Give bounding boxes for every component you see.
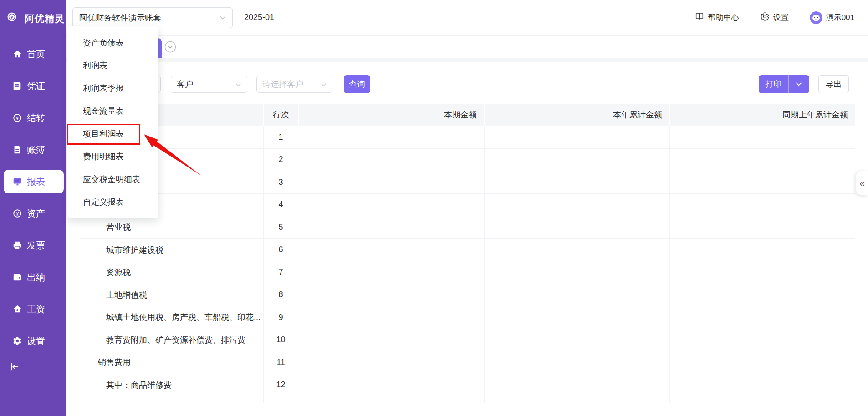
- customer-select-placeholder: 请选择客户: [262, 79, 303, 90]
- row-prior-ytd-amount: [669, 194, 855, 216]
- row-line-number: 10: [263, 329, 298, 351]
- sidebar-item-ledger[interactable]: 账簿: [0, 134, 66, 166]
- sidebar-item-label: 工资: [27, 303, 45, 315]
- row-ytd-amount: [484, 329, 669, 351]
- app-window: ¥ 阿优精灵 首页凭证¥结转账簿报表资产发票出纳¥工资设置 阿优财务软件演示账套…: [0, 0, 868, 416]
- row-current-amount: [298, 239, 484, 261]
- row-line-number: 7: [263, 261, 298, 284]
- row-prior-ytd-amount: [669, 216, 855, 238]
- double-chevron-left-icon: «: [859, 178, 865, 188]
- row-ytd-amount: [484, 149, 669, 171]
- gear-icon: [760, 12, 770, 24]
- help-book-icon: [694, 11, 705, 24]
- row-item-name: 教育费附加、矿产资源补偿费、排污费: [80, 329, 263, 351]
- account-set-value: 阿优财务软件演示账套: [79, 12, 161, 23]
- salary-icon: ¥: [12, 304, 22, 314]
- row-prior-ytd-amount: [669, 239, 855, 261]
- sidebar-item-label: 设置: [27, 335, 45, 347]
- row-current-amount: [298, 126, 484, 148]
- sidebar-item-label: 首页: [27, 48, 45, 61]
- svg-text:¥: ¥: [16, 116, 19, 121]
- user-name: 演示001: [826, 12, 854, 23]
- sidebar-item-label: 凭证: [27, 80, 45, 92]
- row-item-name: 城市维护建设税: [80, 239, 263, 261]
- table-row: 资源税7: [80, 261, 855, 284]
- row-ytd-amount: [484, 306, 669, 329]
- row-current-amount: [298, 329, 484, 351]
- voucher-icon: [12, 81, 22, 91]
- row-item-name: 城镇土地使用税、房产税、车船税、印花...: [80, 306, 263, 329]
- invoice-icon: [12, 240, 22, 250]
- print-button[interactable]: 打印: [759, 75, 789, 93]
- menu-item-cash-flow[interactable]: 现金流量表: [67, 100, 158, 122]
- row-prior-ytd-amount: [669, 126, 855, 148]
- table-row: 销售费用11: [80, 351, 855, 374]
- row-line-number: 11: [263, 351, 298, 374]
- row-line-number: 12: [263, 374, 298, 396]
- row-prior-ytd-amount: [669, 171, 855, 193]
- settings-icon: [12, 336, 22, 346]
- ledger-icon: [12, 145, 22, 155]
- row-line-number: 8: [263, 284, 298, 306]
- right-panel-collapse-handle[interactable]: «: [856, 171, 868, 195]
- row-line-number: 5: [263, 216, 298, 238]
- sidebar-item-label: 账簿: [27, 144, 45, 156]
- settings-label: 设置: [773, 12, 789, 23]
- menu-item-income-statement[interactable]: 利润表: [67, 54, 158, 77]
- menu-item-balance-sheet[interactable]: 资产负债表: [67, 31, 158, 54]
- sidebar-item-invoice[interactable]: 发票: [0, 229, 66, 261]
- sidebar: ¥ 阿优精灵 首页凭证¥结转账簿报表资产发票出纳¥工资设置: [0, 0, 66, 416]
- sidebar-item-label: 资产: [27, 208, 45, 220]
- row-line-number: 4: [263, 194, 298, 216]
- row-prior-ytd-amount: [669, 351, 855, 374]
- user-menu[interactable]: 演示001: [810, 11, 854, 24]
- row-ytd-amount: [484, 351, 669, 374]
- sidebar-item-label: 出纳: [27, 271, 45, 284]
- row-line-number: 6: [263, 239, 298, 261]
- customer-type-value: 客户: [177, 79, 193, 90]
- row-current-amount: [298, 171, 484, 193]
- user-avatar: [810, 11, 822, 24]
- sidebar-item-voucher[interactable]: 凭证: [0, 70, 66, 102]
- sidebar-item-home[interactable]: 首页: [0, 38, 66, 70]
- chevron-down-icon: [220, 13, 226, 22]
- sidebar-nav: 首页凭证¥结转账簿报表资产发票出纳¥工资设置: [0, 38, 66, 357]
- row-prior-ytd-amount: [669, 306, 855, 329]
- sidebar-item-asset[interactable]: 资产: [0, 198, 66, 229]
- sidebar-collapse-button[interactable]: [10, 362, 24, 376]
- report-type-menu: 资产负债表利润表利润表季报现金流量表项目利润表费用明细表应交税金明细表自定义报表: [67, 26, 158, 218]
- topbar: 阿优财务软件演示账套 2025-01 帮助中心: [66, 0, 868, 36]
- row-current-amount: [298, 216, 484, 238]
- query-button[interactable]: 查询: [344, 75, 370, 93]
- column-header: 同期上年累计金额: [669, 104, 855, 126]
- print-options-button[interactable]: [789, 75, 809, 93]
- menu-item-custom-report[interactable]: 自定义报表: [67, 191, 158, 213]
- help-center-button[interactable]: 帮助中心: [694, 11, 739, 24]
- sidebar-item-salary[interactable]: ¥工资: [0, 293, 66, 325]
- sidebar-item-settings[interactable]: 设置: [0, 325, 66, 357]
- menu-item-income-statement-quarter[interactable]: 利润表季报: [67, 77, 158, 100]
- row-prior-ytd-amount: [669, 374, 855, 396]
- account-set-select[interactable]: 阿优财务软件演示账套: [72, 7, 233, 28]
- row-prior-ytd-amount: [669, 329, 855, 351]
- table-header-row: 行次本期金额本年累计金额同期上年累计金额: [80, 104, 855, 126]
- settings-button[interactable]: 设置: [760, 12, 789, 24]
- filter-toolbar: 客户 请选择客户 查询 打印 导出: [66, 62, 868, 104]
- annotation-arrow: [137, 127, 209, 182]
- tabbar-separator: [66, 58, 868, 62]
- customer-select[interactable]: 请选择客户: [256, 76, 332, 93]
- brand-coin-icon: ¥: [7, 12, 20, 25]
- export-button[interactable]: 导出: [818, 75, 849, 93]
- sidebar-item-carryover[interactable]: ¥结转: [0, 102, 66, 134]
- sidebar-item-cashier[interactable]: 出纳: [0, 261, 66, 293]
- print-split-button: 打印: [759, 75, 809, 93]
- svg-text:¥: ¥: [16, 308, 19, 312]
- table-row: 土地增值税8: [80, 284, 855, 307]
- row-line-number: 1: [263, 126, 298, 148]
- period-label: 2025-01: [244, 13, 274, 22]
- table-row: 营业税5: [80, 216, 855, 239]
- report-switch-button[interactable]: [164, 41, 176, 53]
- sidebar-item-report[interactable]: 报表: [4, 170, 64, 193]
- customer-type-select[interactable]: 客户: [171, 76, 247, 93]
- row-prior-ytd-amount: [669, 261, 855, 284]
